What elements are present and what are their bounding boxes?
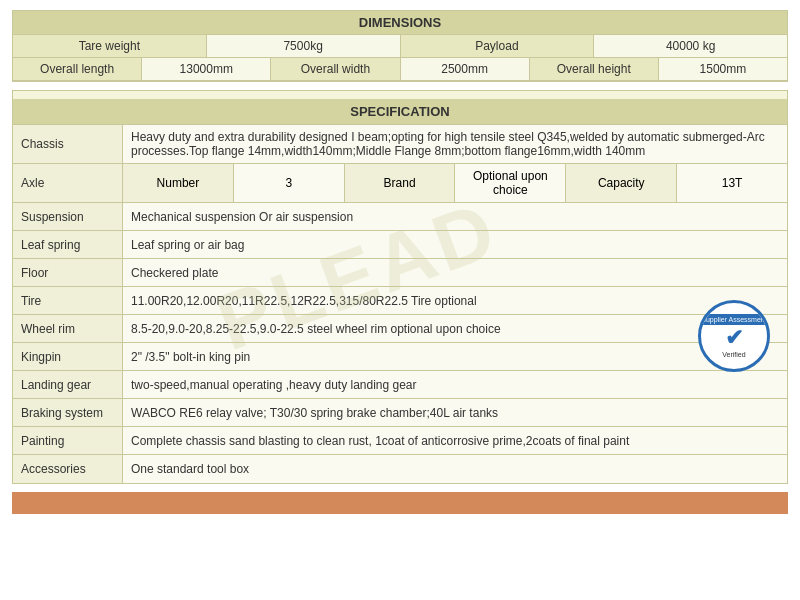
- axle-sub-label: Capacity: [566, 164, 677, 202]
- overall-height-label: Overall height: [530, 58, 659, 80]
- tare-weight-label: Tare weight: [13, 35, 207, 57]
- overall-length-value: 13000mm: [142, 58, 271, 80]
- dimensions-header: DIMENSIONS: [13, 11, 787, 35]
- dimensions-row-1: Tare weight 7500kg Payload 40000 kg: [13, 35, 787, 58]
- axle-inner: Number3BrandOptional upon choiceCapacity…: [123, 164, 787, 202]
- spec-row: PaintingComplete chassis sand blasting t…: [13, 427, 787, 455]
- spec-row-label: Chassis: [13, 125, 123, 163]
- spec-row-label: Landing gear: [13, 371, 123, 398]
- spec-row-label: Leaf spring: [13, 231, 123, 258]
- spec-row: FloorCheckered plate: [13, 259, 787, 287]
- axle-sub-value: 3: [234, 164, 345, 202]
- supplier-badge: Supplier Assessment ✔ Verified: [698, 300, 770, 372]
- spec-row-value: Leaf spring or air bag: [123, 231, 787, 258]
- spec-row-label: Axle: [13, 164, 123, 202]
- payload-label: Payload: [401, 35, 595, 57]
- spec-row-label: Accessories: [13, 455, 123, 483]
- spec-row: Braking systemWABCO RE6 relay valve; T30…: [13, 399, 787, 427]
- overall-height-value: 1500mm: [659, 58, 787, 80]
- spec-row: AccessoriesOne standard tool box: [13, 455, 787, 483]
- spec-row-label: Floor: [13, 259, 123, 286]
- spec-row: Landing geartwo-speed,manual operating ,…: [13, 371, 787, 399]
- specification-table: SPECIFICATION ChassisHeavy duty and extr…: [12, 90, 788, 484]
- spec-row-value: two-speed,manual operating ,heavy duty l…: [123, 371, 787, 398]
- spec-row-value: 2" /3.5" bolt-in king pin: [123, 343, 787, 370]
- spec-row-label: Painting: [13, 427, 123, 454]
- spec-row-label: Wheel rim: [13, 315, 123, 342]
- spec-row-value: One standard tool box: [123, 455, 787, 483]
- badge-check-icon: ✔: [725, 325, 743, 351]
- payload-value: 40000 kg: [594, 35, 787, 57]
- badge-top-text: Supplier Assessment: [701, 314, 767, 325]
- overall-width-value: 2500mm: [401, 58, 530, 80]
- specification-rows: ChassisHeavy duty and extra durability d…: [13, 125, 787, 483]
- spec-row: Wheel rim8.5-20,9.0-20,8.25-22.5,9.0-22.…: [13, 315, 787, 343]
- spec-row-value: Complete chassis sand blasting to clean …: [123, 427, 787, 454]
- axle-sub-label: Brand: [345, 164, 456, 202]
- footer-bar: [12, 492, 788, 514]
- spec-row-label: Kingpin: [13, 343, 123, 370]
- spec-row-label: Tire: [13, 287, 123, 314]
- spec-row: AxleNumber3BrandOptional upon choiceCapa…: [13, 164, 787, 203]
- badge-bottom-text: Verified: [722, 351, 745, 358]
- spec-row-value: 8.5-20,9.0-20,8.25-22.5,9.0-22.5 steel w…: [123, 315, 787, 342]
- tare-weight-value: 7500kg: [207, 35, 401, 57]
- spec-row: SuspensionMechanical suspension Or air s…: [13, 203, 787, 231]
- spec-row-label: Braking system: [13, 399, 123, 426]
- specification-header: SPECIFICATION: [13, 99, 787, 125]
- axle-sub-label: Number: [123, 164, 234, 202]
- spec-row-value: Checkered plate: [123, 259, 787, 286]
- overall-length-label: Overall length: [13, 58, 142, 80]
- spec-row: ChassisHeavy duty and extra durability d…: [13, 125, 787, 164]
- spec-row-value: Mechanical suspension Or air suspension: [123, 203, 787, 230]
- spec-row: Leaf springLeaf spring or air bag: [13, 231, 787, 259]
- spec-row-value: Heavy duty and extra durability designed…: [123, 125, 787, 163]
- spec-row-value: 11.00R20,12.00R20,11R22.5,12R22.5,315/80…: [123, 287, 787, 314]
- axle-sub-value: 13T: [677, 164, 787, 202]
- axle-sub-value: Optional upon choice: [455, 164, 566, 202]
- spec-row: Tire11.00R20,12.00R20,11R22.5,12R22.5,31…: [13, 287, 787, 315]
- dimensions-table: DIMENSIONS Tare weight 7500kg Payload 40…: [12, 10, 788, 82]
- spec-row-label: Suspension: [13, 203, 123, 230]
- spec-row-value: WABCO RE6 relay valve; T30/30 spring bra…: [123, 399, 787, 426]
- dimensions-row-2: Overall length 13000mm Overall width 250…: [13, 58, 787, 81]
- spec-row: Kingpin2" /3.5" bolt-in king pin: [13, 343, 787, 371]
- overall-width-label: Overall width: [271, 58, 400, 80]
